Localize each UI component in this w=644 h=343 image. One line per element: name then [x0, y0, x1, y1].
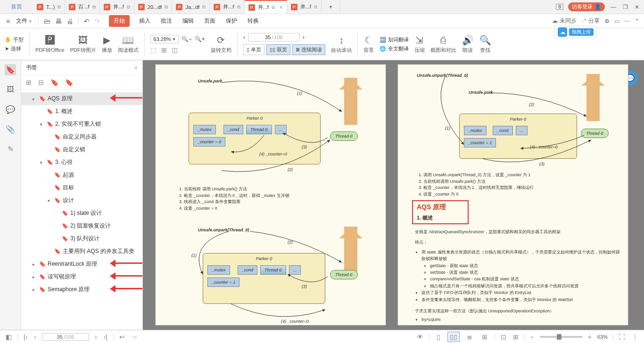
bookmark-item[interactable]: ▾🔖2. 实现不可重入锁	[21, 118, 142, 131]
rotate-doc[interactable]: ⟳旋转文档	[211, 34, 231, 54]
zoom-in-icon[interactable]: +	[587, 333, 593, 341]
tree-twisty-icon[interactable]: ▾	[40, 160, 45, 165]
undo-icon[interactable]: ↶	[83, 17, 91, 25]
tool-rail-icon[interactable]: ✎	[5, 143, 16, 155]
bookmark-item[interactable]: 🔖1) state 设计	[21, 207, 142, 220]
menu-tab-start[interactable]: 开始	[109, 15, 130, 27]
redo-icon[interactable]: ↷	[93, 17, 101, 25]
zoom-slider[interactable]	[540, 336, 582, 338]
tree-twisty-icon[interactable]: ▾	[40, 122, 45, 127]
panel-icon[interactable]: ▭	[614, 18, 619, 24]
tree-twisty-icon[interactable]: ▸	[33, 275, 37, 279]
popout-icon[interactable]: ⧉	[202, 4, 206, 10]
fit-actual-icon[interactable]: ⊞	[512, 333, 520, 341]
popout-icon[interactable]: ⧉	[165, 4, 168, 10]
drag-upload-widget[interactable]: ☁ 拖拽上传	[554, 26, 597, 38]
next-page-icon[interactable]: ›	[303, 34, 305, 41]
last-page-icon[interactable]: ›|	[103, 333, 108, 341]
bookmark-item[interactable]: ▾🔖3. 心得	[21, 156, 142, 169]
menu-tab-convert[interactable]: 转换	[247, 15, 260, 27]
doc-tab-0[interactable]: PT...)⧉	[33, 0, 65, 14]
doc-tab-7[interactable]: P并...f⧉	[287, 0, 322, 14]
expand-icon[interactable]: ⊞	[26, 79, 32, 86]
eye-icon[interactable]: 👁	[416, 333, 424, 341]
open-icon[interactable]: 🗁	[42, 17, 52, 25]
popout-icon[interactable]: ⧉	[272, 5, 275, 10]
fit-page-icon[interactable]: ⊞	[161, 46, 167, 54]
first-page-icon[interactable]: |‹	[23, 333, 28, 341]
tree-twisty-icon[interactable]: ▸	[33, 97, 37, 101]
more-icon[interactable]: ⋯	[624, 18, 630, 24]
menu-tab-protect[interactable]: 保护	[225, 15, 238, 27]
popout-icon[interactable]: ⧉	[92, 4, 96, 10]
attachment-rail-icon[interactable]: 📎	[5, 123, 16, 135]
fit-width-icon[interactable]: ⬚	[150, 46, 157, 54]
bookmark-item[interactable]: 🔖3) 队列设计	[21, 232, 142, 245]
back-icon[interactable]: ↩	[118, 333, 126, 341]
print-icon[interactable]: 🖨	[65, 17, 74, 25]
bookmark-item[interactable]: 🔖自定义锁	[21, 143, 142, 156]
thumbnail-rail-icon[interactable]: 🖼	[5, 84, 16, 95]
bookmark-rail-icon[interactable]: 🔖	[5, 64, 16, 75]
close-icon[interactable]: ✕	[634, 4, 640, 10]
menu-tab-insert[interactable]: 插入	[138, 15, 151, 27]
select-tool[interactable]: ➤选择	[5, 45, 24, 52]
collapse-ribbon-icon[interactable]: ⌃	[635, 18, 639, 24]
auto-scroll[interactable]: ↕自动滚动	[331, 35, 352, 54]
bookmark-item[interactable]: 🔖主要用到 AQS 的并发工具类	[21, 245, 142, 258]
forward-icon[interactable]: ↪	[131, 333, 138, 341]
popout-icon[interactable]: ⧉	[237, 4, 240, 10]
bookmark-item[interactable]: ▸🔖AQS 原理	[21, 92, 142, 105]
compress-button[interactable]: ⇲压缩	[414, 34, 425, 54]
read-mode[interactable]: 📖阅读模式	[118, 34, 139, 54]
popout-icon[interactable]: ⧉	[58, 4, 61, 10]
hamburger-icon[interactable]: ≡	[5, 17, 11, 25]
actual-size-icon[interactable]: ◫	[172, 46, 178, 54]
tree-twisty-icon[interactable]: ▸	[33, 287, 37, 292]
zoom-out-icon[interactable]: −	[529, 333, 535, 341]
notification-count[interactable]: 8	[556, 4, 563, 10]
file-menu[interactable]: 文件▾	[13, 16, 34, 26]
bookmark-item[interactable]: 🔖自定义同步器	[21, 131, 142, 143]
zoom-percent[interactable]: 63%	[597, 334, 608, 340]
document-viewport[interactable]: 💬 Unsafe.park Thread-0 Parker-0 _mutex _…	[143, 60, 644, 330]
popout-icon[interactable]: ⧉	[127, 4, 130, 10]
find-button[interactable]: 🔍查找	[479, 34, 491, 54]
bookmark-item[interactable]: ▸🔖ReentrantLock 原理	[21, 258, 142, 270]
sync-button[interactable]: ☁ 未同步	[552, 17, 576, 25]
bookmark-item[interactable]: 🔖起源	[21, 169, 142, 181]
bookmark-item[interactable]: ▸🔖读写锁原理	[21, 270, 142, 283]
full-translate[interactable]: 🌐全文翻译	[380, 45, 409, 52]
page-input[interactable]: 35/106	[248, 33, 300, 41]
new-tab-button[interactable]: +	[322, 0, 340, 14]
status-page-input[interactable]: 35 /106	[42, 333, 89, 341]
collapse-icon[interactable]: ⊟	[38, 79, 44, 86]
zoom-input[interactable]: 63.28%▾	[150, 35, 179, 43]
sidebar-toggle-icon[interactable]: ◧	[5, 333, 13, 341]
comment-rail-icon[interactable]: 💬	[5, 104, 16, 115]
zoom-in-icon[interactable]: 🔍+	[195, 36, 205, 42]
close-tab-icon[interactable]: ×	[280, 4, 283, 11]
bookmark-alt-icon[interactable]: 🔖	[65, 79, 73, 86]
word-translate[interactable]: 🔤划词翻译	[380, 36, 409, 43]
compare-button[interactable]: ⎙截图和对比	[430, 35, 456, 54]
tree-twisty-icon[interactable]: ▸	[33, 262, 37, 267]
play-button[interactable]: ▶播放	[102, 34, 112, 54]
menu-tab-page[interactable]: 页面	[203, 15, 216, 27]
view-single-icon[interactable]: ▯	[434, 332, 443, 342]
bookmark-item[interactable]: ▸🔖Semaphore 原理	[21, 283, 142, 296]
prev-page-icon[interactable]: ‹	[243, 34, 245, 41]
doc-tab-4[interactable]: PJa...df⧉	[172, 0, 210, 14]
home-tab[interactable]: 首页	[0, 0, 33, 14]
save-icon[interactable]: 🖶	[54, 17, 63, 25]
hand-tool[interactable]: ✋手型	[5, 36, 24, 43]
minimize-icon[interactable]: —	[610, 4, 617, 10]
bookmark-item[interactable]: 🔖目标	[21, 181, 142, 194]
single-page-button[interactable]: ▯ 单页	[243, 44, 264, 55]
double-page-button[interactable]: ▯▯ 双页	[266, 44, 290, 55]
view-double-icon[interactable]: ▯▯	[447, 332, 460, 342]
menu-tab-annotate[interactable]: 批注	[160, 15, 173, 27]
zoom-out-icon[interactable]: 🔍−	[182, 36, 192, 42]
doc-tab-5[interactable]: P并...f⧉	[210, 0, 244, 14]
popout-icon[interactable]: ⧉	[314, 4, 317, 10]
